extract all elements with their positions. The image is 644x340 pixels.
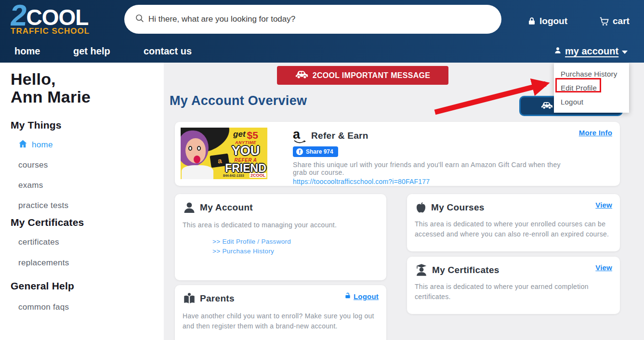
parents-logout-label: Logout: [354, 292, 379, 301]
search-bar: [124, 5, 501, 34]
account-dropdown-menu: Purchase History Edit Profile Logout: [554, 63, 629, 113]
greeting-line2: Ann Marie: [11, 88, 91, 106]
logout-label: logout: [539, 16, 567, 26]
logout-link[interactable]: logout: [527, 16, 567, 26]
header: 2 COOL TRAFFIC SCHOOL logout: [0, 0, 644, 63]
parents-logout-link[interactable]: Logout: [344, 292, 379, 301]
apple-icon: [415, 201, 427, 214]
reader-icon: [183, 292, 196, 305]
sidebar-item-replacements[interactable]: replacements: [18, 258, 69, 268]
facebook-icon: f: [296, 148, 303, 155]
promo-eye: [188, 146, 192, 151]
sidebar-item-certificates[interactable]: certificates: [18, 237, 59, 247]
nav-my-account[interactable]: my account: [554, 46, 628, 57]
refer-promo-image[interactable]: a get $5 ANYTIME YOU REFER A FRIEND 844-…: [181, 128, 267, 179]
logo-2: 2: [9, 3, 27, 28]
edit-profile-password-link[interactable]: >> Edit Profile / Password: [212, 237, 379, 247]
promo-shirt: [182, 165, 213, 179]
refer-earn-card: a get $5 ANYTIME YOU REFER A FRIEND 844-…: [175, 122, 620, 186]
car-icon: [541, 101, 553, 111]
greeting-line1: Hello,: [11, 70, 91, 88]
nav-home[interactable]: home: [14, 46, 40, 57]
sidebar-item-exams[interactable]: exams: [18, 181, 43, 190]
sidebar-item-courses[interactable]: courses: [18, 160, 48, 170]
sidebar-item-home[interactable]: home: [18, 140, 53, 150]
sidebar-item-label: courses: [18, 160, 48, 170]
facebook-share-button[interactable]: f Share 974: [293, 146, 338, 157]
parents-title: Parents: [200, 293, 235, 304]
my-courses-description: This area is dedicated to where your enr…: [415, 219, 612, 239]
sidebar: Hello, Ann Marie My Things home courses …: [0, 63, 164, 340]
refer-earn-title: Refer & Earn: [311, 131, 368, 141]
parents-description: Have another child you want to enroll? M…: [183, 311, 379, 331]
promo-text: get $5 ANYTIME YOU REFER A FRIEND: [225, 130, 266, 174]
page-title: My Account Overview: [170, 93, 307, 108]
graduate-icon: [415, 263, 428, 277]
dropdown-item-purchase-history[interactable]: Purchase History: [554, 67, 629, 81]
referral-url-link[interactable]: https://toocooltrafficschool.com?i=80FAF…: [293, 178, 563, 185]
my-courses-card: My Courses This area is dedicated to whe…: [407, 194, 620, 251]
promo-amount: $5: [247, 130, 258, 141]
my-account-description: This area is dedicated to managing your …: [183, 220, 379, 230]
promo-get: get: [233, 130, 246, 139]
sidebar-section-my-certificates: My Certificates: [11, 217, 84, 228]
sidebar-item-label: replacements: [18, 258, 69, 268]
purchase-history-link[interactable]: >> Purchase History: [212, 247, 379, 256]
sidebar-section-my-things: My Things: [11, 119, 62, 131]
sidebar-item-label: certificates: [18, 237, 59, 247]
my-account-label: my account: [565, 46, 618, 57]
promo-brand: 2COOL: [250, 173, 266, 178]
my-account-card: My Account This area is dedicated to man…: [175, 194, 386, 280]
search-input[interactable]: [148, 14, 491, 24]
promo-phone: 844-642-1333: [223, 174, 244, 177]
nav-get-help[interactable]: get help: [73, 46, 110, 57]
my-certificates-description: This area is dedicated to where your ear…: [415, 282, 612, 302]
cart-label: cart: [613, 16, 630, 26]
sidebar-item-common-faqs[interactable]: common faqs: [18, 302, 69, 312]
car-icon: [295, 70, 308, 81]
view-courses-link[interactable]: View: [595, 201, 612, 209]
promo-mouth: [194, 156, 200, 163]
refer-description: Share this unique url with your friends …: [293, 161, 563, 176]
banner-label: 2COOL IMPORTANT MESSAGE: [313, 71, 431, 80]
cart-link[interactable]: cart: [599, 16, 630, 26]
sidebar-item-label: common faqs: [18, 302, 69, 312]
dropdown-item-logout[interactable]: Logout: [554, 95, 629, 109]
view-certificates-link[interactable]: View: [595, 263, 612, 272]
person-icon: [554, 46, 562, 57]
share-count-label: Share 974: [306, 148, 333, 155]
greeting: Hello, Ann Marie: [11, 70, 91, 106]
amazon-icon: a: [293, 129, 307, 143]
home-icon: [18, 140, 27, 150]
logo-cool: COOL: [26, 7, 88, 28]
sidebar-item-label: exams: [18, 181, 43, 190]
important-message-banner[interactable]: 2COOL IMPORTANT MESSAGE: [277, 66, 448, 85]
more-info-link[interactable]: More Info: [579, 129, 612, 137]
nav-contact-us[interactable]: contact us: [144, 46, 192, 57]
sidebar-item-practice-tests[interactable]: practice tests: [18, 201, 68, 210]
my-certificates-title: My Certificates: [432, 265, 499, 275]
cart-icon: [599, 16, 609, 26]
my-certificates-card: My Certificates This area is dedicated t…: [407, 257, 620, 314]
logo[interactable]: 2 COOL TRAFFIC SCHOOL: [11, 3, 92, 36]
search-icon: [135, 13, 148, 25]
promo-you: YOU: [225, 145, 266, 157]
chevron-down-icon: [622, 51, 628, 54]
parents-card: Parents Have another child you want to e…: [175, 285, 386, 340]
page: 2 COOL TRAFFIC SCHOOL logout: [0, 0, 644, 340]
sidebar-section-general-help: General Help: [11, 280, 74, 292]
dropdown-item-edit-profile[interactable]: Edit Profile: [554, 81, 629, 95]
sidebar-item-label: home: [32, 140, 53, 150]
my-account-title: My Account: [200, 202, 253, 213]
lock-icon: [527, 16, 536, 26]
my-courses-title: My Courses: [431, 202, 485, 213]
promo-friend: FRIEND: [225, 163, 266, 174]
unlock-icon: [344, 292, 351, 301]
sidebar-item-label: practice tests: [18, 201, 68, 210]
person-icon: [183, 201, 196, 214]
promo-eye: [197, 146, 201, 151]
